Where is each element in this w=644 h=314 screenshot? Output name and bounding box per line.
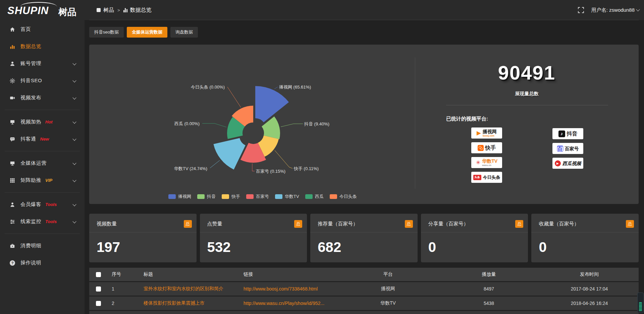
legend-label: 抖音 (207, 194, 216, 200)
stat-card-value: 532 (207, 239, 231, 255)
app-logo[interactable]: SHUPIN 树品 (7, 2, 78, 19)
home-icon (9, 27, 16, 32)
sidebar-item-lead-monitor[interactable]: 线索监控 Tools (0, 213, 85, 230)
sidebar-item-douyin-seo[interactable]: 抖音SEO (0, 72, 85, 89)
chart-legend: 播视网抖音快手百家号华数TV西瓜今日头条 (168, 194, 363, 200)
legend-item[interactable]: 华数TV (275, 194, 299, 200)
row-checkbox[interactable] (96, 301, 101, 306)
chevron-down-icon (72, 219, 76, 223)
label-connector (227, 87, 241, 107)
legend-swatch (168, 194, 176, 199)
legend-item[interactable]: 抖音 (197, 194, 216, 200)
legend-swatch (222, 194, 229, 199)
kuaishou-icon (478, 145, 484, 151)
question-circle-icon: ? (9, 260, 16, 266)
total-badge: 总 (405, 220, 413, 228)
stat-card-value: 0 (539, 239, 546, 255)
sidebar-divider (5, 110, 80, 110)
stat-card-value: 0 (428, 239, 436, 255)
breadcrumb-current[interactable]: 数据总览 (130, 7, 152, 14)
total-badge: 总 (626, 220, 634, 228)
sidebar-item-doketong[interactable]: 抖客通 New (0, 130, 85, 148)
col-header-time: 发布时间 (540, 271, 639, 277)
pie-slice-1[interactable] (255, 86, 289, 122)
chevron-down-icon (72, 61, 76, 65)
col-header-no: 序号 (108, 271, 140, 277)
cell-title-link[interactable]: 楼体投影灯投影效果震撼上市 (140, 300, 239, 306)
pie-slice-label: 快手 (0.11%) (293, 166, 319, 171)
stat-card-title: 收藏量（百家号） (539, 221, 626, 227)
table-header-row: 序号 标题 链接 平台 播放量 发布时间 (89, 268, 639, 282)
sidebar-item-video-publish[interactable]: 视频发布 (0, 89, 85, 106)
wasu-star-icon: ✳ (476, 160, 480, 165)
legend-item[interactable]: 快手 (222, 194, 240, 200)
sidebar-item-label: 操作说明 (20, 260, 41, 266)
sidebar-item-home[interactable]: 首页 (0, 21, 85, 38)
pie-slice-label: 西瓜 (0.00%) (174, 121, 200, 126)
legend-label: 西瓜 (315, 194, 324, 200)
monitor-icon (9, 161, 16, 166)
total-impressions-label: 展现量总数 (415, 91, 639, 97)
cell-time: 2018-04-26 16:24 (540, 301, 639, 306)
legend-swatch (305, 194, 313, 199)
pie-slice-5[interactable] (213, 138, 245, 170)
cell-url-link[interactable]: http://www.wasu.cn/Play/show/id/952... (239, 301, 338, 306)
bar-chart-icon (9, 44, 16, 49)
rose-chart[interactable]: 播视网 (65.61%)抖音 (9.40%)快手 (0.11%)百家号 (0.1… (89, 45, 415, 204)
cell-title-link[interactable]: 室外水纹灯和室内水纹灯的区别和简介 (140, 286, 239, 292)
sidebar-divider (5, 192, 80, 193)
legend-item[interactable]: 西瓜 (305, 194, 324, 200)
chevron-down-icon (72, 161, 76, 165)
legend-label: 播视网 (178, 194, 191, 200)
tab-inquiry[interactable]: 询盘数据 (170, 27, 198, 38)
fullscreen-icon[interactable] (578, 7, 584, 13)
sidebar-item-help[interactable]: ? 操作说明 (0, 254, 85, 271)
legend-item[interactable]: 今日头条 (330, 194, 357, 200)
table-row: 1 室外水纹灯和室内水纹灯的区别和简介 http://www.boosj.com… (89, 282, 639, 297)
sidebar-item-label: 抖客通 (20, 136, 36, 142)
bar-chart-icon (123, 8, 127, 12)
cell-url-link[interactable]: http://www.boosj.com/7338468.html (239, 286, 338, 292)
platform-badge-wasu: ✳ 华数TVwasu.cn (471, 157, 502, 168)
sidebar-item-label: 线索监控 (20, 218, 41, 225)
sidebar-item-member-tools[interactable]: 会员爆客 Tools (0, 196, 85, 213)
stat-card-likes: 点赞量总 532 (200, 214, 307, 262)
table-row: 2 楼体投影灯投影效果震撼上市 http://www.wasu.cn/Play/… (89, 297, 639, 311)
sidebar-item-accounts[interactable]: 账号管理 (0, 55, 85, 72)
select-all-checkbox[interactable] (96, 272, 101, 277)
pie-slice-label: 今日头条 (0.00%) (191, 85, 225, 90)
sidebar-item-spend-detail[interactable]: 消费明细 (0, 237, 85, 254)
breadcrumb-root[interactable]: 树品 (103, 7, 114, 14)
row-checkbox[interactable] (96, 286, 101, 292)
platform-name: 抖音 (567, 131, 578, 137)
scrollbar-track (637, 293, 644, 313)
logo-text-cn: 树品 (58, 6, 76, 18)
legend-item[interactable]: 百家号 (246, 194, 269, 200)
chat-bubble-icon (9, 137, 16, 142)
tab-omni-media[interactable]: 全媒体运营数据 (127, 27, 167, 38)
legend-item[interactable]: 播视网 (168, 194, 191, 200)
grid-icon (9, 178, 16, 183)
pie-slice-label: 华数TV (24.74%) (174, 166, 207, 171)
label-connector (281, 124, 303, 127)
sidebar-item-omni-media[interactable]: 全媒体运营 (0, 155, 85, 172)
screen-icon (9, 119, 16, 125)
tab-douyin-seo[interactable]: 抖音seo数据 (89, 27, 124, 38)
user-icon (9, 61, 16, 66)
wallet-icon (9, 243, 16, 249)
sidebar-item-matrix-boost[interactable]: 矩阵助推 VIP (0, 172, 85, 189)
platform-badge-kuaishou: 快手 (471, 142, 502, 153)
sidebar-item-label: 视频加热 (20, 119, 41, 125)
col-header-link: 链接 (239, 271, 338, 277)
scrollbar-thumb[interactable] (639, 302, 642, 311)
gear-icon (9, 78, 16, 84)
col-header-plays: 播放量 (438, 271, 540, 277)
douyin-note-icon: ♪ (558, 130, 565, 137)
sidebar-item-data-overview[interactable]: 数据总览 (0, 38, 85, 55)
user-menu[interactable]: 用户名: zswodun88 (591, 7, 639, 13)
top-header-bar: SHUPIN 树品 树品 > 数据总览 用户名: zswodun88 (0, 0, 644, 20)
total-impressions-value: 90491 (415, 61, 639, 84)
sidebar-item-video-heat[interactable]: 视频加热 Hot (0, 113, 85, 130)
cell-plays: 5438 (438, 301, 540, 306)
cell-platform: 华数TV (338, 300, 438, 306)
